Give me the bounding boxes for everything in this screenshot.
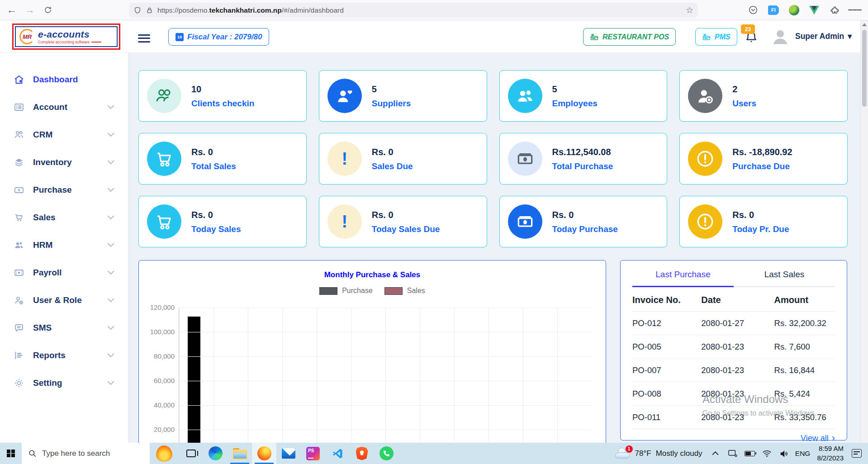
extensions-puzzle-icon[interactable]	[828, 3, 841, 17]
sidebar-item-purchase[interactable]: Purchase	[0, 176, 128, 204]
sidebar-item-setting[interactable]: Setting	[0, 369, 128, 397]
forward-icon[interactable]: →	[22, 2, 38, 18]
pms-button[interactable]: PMS	[695, 28, 737, 46]
cart-icon	[14, 212, 24, 223]
taskbar-phpstorm[interactable]: PS	[301, 443, 325, 464]
vscode-icon	[331, 447, 344, 460]
stat-value: 2	[732, 85, 756, 94]
account-card-icon	[14, 102, 24, 113]
tab-last-purchase[interactable]: Last Purchase	[632, 270, 734, 286]
chevron-down-icon	[107, 243, 114, 247]
taskbar-whatsapp[interactable]	[374, 443, 398, 464]
stat-card-employees: 5Employees	[499, 70, 668, 122]
tray-wifi-icon[interactable]	[759, 450, 776, 458]
fiscal-year-button[interactable]: 19 Fiscal Year : 2079/80	[168, 28, 269, 46]
chevron-down-icon	[107, 215, 114, 219]
gear-icon	[14, 378, 24, 388]
layers-icon	[14, 157, 24, 168]
fi-extension-icon[interactable]: FI	[767, 3, 780, 17]
search-icon	[28, 449, 37, 458]
legend-swatch-sales	[384, 287, 403, 295]
taskbar-file-explorer[interactable]	[228, 443, 252, 464]
stat-label: Purchase Due	[732, 162, 792, 170]
banknote-icon	[508, 204, 542, 239]
taskbar-firefox[interactable]	[252, 443, 276, 464]
start-button[interactable]	[0, 443, 22, 464]
app-header: MR e-accounts Complete accounting softwa…	[0, 20, 860, 53]
scroll-up-icon[interactable]	[862, 23, 867, 26]
calendar-icon: 19	[175, 33, 184, 41]
phpstorm-icon: PS	[306, 447, 320, 460]
sidebar-item-hrm[interactable]: HRM	[0, 231, 128, 259]
pocket-icon[interactable]	[746, 3, 760, 17]
stat-label: Sales Due	[372, 162, 413, 170]
idm-extension-icon[interactable]	[787, 3, 801, 17]
stat-label: Clients checkin	[191, 99, 254, 108]
avatar[interactable]	[770, 27, 790, 47]
restaurant-pos-button[interactable]: RESTAURANT POS	[583, 28, 676, 46]
shield-icon[interactable]	[133, 6, 142, 14]
scrollbar-thumb[interactable]	[862, 30, 867, 107]
sidebar-item-inventory[interactable]: Inventory	[0, 148, 128, 176]
taskbar-edge[interactable]	[203, 443, 228, 464]
search-placeholder: Type here to search	[42, 449, 110, 458]
stat-value: Rs. 0	[372, 210, 440, 219]
file-explorer-icon	[233, 448, 247, 459]
url-text: https://posdemo.tekchankhatri.com.np/#/a…	[157, 6, 682, 14]
chat-icon	[14, 322, 24, 333]
stat-cards-grid: 10Clients checkin 5Suppliers 5Employees …	[138, 70, 848, 247]
taskbar-weather-flame-icon[interactable]	[150, 443, 179, 464]
tab-last-sales[interactable]: Last Sales	[734, 270, 835, 286]
tray-chevron-up-icon[interactable]	[707, 451, 724, 455]
notification-center-icon[interactable]	[848, 449, 865, 458]
exclamation-circle-icon	[688, 142, 722, 176]
report-lines-icon	[14, 350, 24, 361]
stat-card-today-purchase: Rs. 0Today Purchase	[499, 196, 668, 247]
sidebar-item-sms[interactable]: SMS	[0, 314, 128, 341]
tray-cast-icon[interactable]	[724, 450, 741, 457]
table-row: PO-0072080-01-23Rs. 16,844	[632, 359, 835, 382]
user-menu[interactable]: Super Admin▾	[795, 32, 852, 41]
sidebar-item-reports[interactable]: Reports	[0, 341, 128, 369]
reload-icon[interactable]	[40, 2, 56, 18]
sidebar-item-crm[interactable]: CRM	[0, 121, 128, 148]
taskbar-search[interactable]: Type here to search	[22, 443, 150, 464]
tray-battery-icon[interactable]	[741, 451, 759, 456]
vertical-scrollbar[interactable]	[860, 20, 868, 443]
taskbar-vscode[interactable]	[325, 443, 350, 464]
tray-volume-icon[interactable]	[776, 450, 793, 458]
app-logo[interactable]: MR e-accounts Complete accounting softwa…	[12, 24, 120, 50]
sidebar-item-sales[interactable]: Sales	[0, 204, 128, 231]
sidebar-item-payroll[interactable]: Payroll	[0, 259, 128, 286]
taskbar-brave[interactable]	[350, 443, 374, 464]
taskbar-mail[interactable]	[276, 443, 301, 464]
weather-widget[interactable]: 1 78°F Mostly cloudy	[610, 448, 707, 459]
tray-language[interactable]: ENG	[793, 450, 813, 458]
stat-card-today-sales-due: ! Rs. 0Today Sales Due	[319, 196, 487, 247]
chevron-down-icon	[107, 326, 114, 330]
table-row: PO-0112080-01-23Rs. 33,350.76	[632, 406, 835, 429]
lock-icon[interactable]	[146, 6, 153, 14]
task-view-button[interactable]	[179, 443, 203, 464]
sidebar-toggle-icon[interactable]	[138, 32, 150, 44]
url-bar[interactable]: https://posdemo.tekchankhatri.com.np/#/a…	[129, 3, 698, 18]
vue-devtools-icon[interactable]	[807, 3, 821, 17]
view-all-link[interactable]: View all›	[632, 433, 835, 443]
table-row: PO-0122080-01-27Rs. 32,200.32	[632, 312, 835, 335]
y-axis-tick: 100,000	[141, 328, 175, 336]
sidebar-item-user-role[interactable]: User & Role	[0, 286, 128, 314]
bookmark-star-icon[interactable]: ☆	[686, 5, 693, 15]
gridline	[179, 405, 592, 406]
browser-menu-icon[interactable]	[848, 3, 862, 17]
weather-cloud-icon: 1	[614, 448, 631, 459]
chart-legend: Purchase Sales	[139, 287, 606, 295]
monthly-purchase-sales-chart: Monthly Purchase & Sales Purchase Sales …	[138, 260, 606, 443]
last-transactions-panel: Last Purchase Last Sales Invoice No. Dat…	[620, 260, 847, 440]
sidebar-item-account[interactable]: Account	[0, 93, 128, 121]
y-axis-tick: 20,000	[141, 426, 175, 433]
logo-title: e-accounts	[38, 29, 101, 39]
tray-clock[interactable]: 8:59 AM 8/2/2023	[813, 444, 848, 463]
back-icon[interactable]: ←	[4, 2, 20, 18]
user-plus-icon	[688, 79, 722, 113]
sidebar-item-dashboard[interactable]: Dashboard	[0, 66, 128, 93]
